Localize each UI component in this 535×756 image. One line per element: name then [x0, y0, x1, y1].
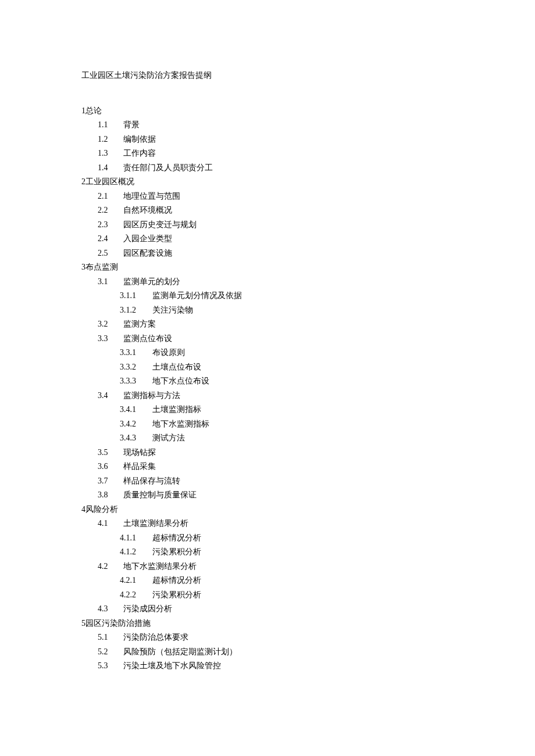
- item-number: 3.5: [98, 446, 116, 460]
- item-number: 3.8: [98, 488, 116, 503]
- item-number: 3.1.1: [120, 289, 145, 303]
- item-number: 4.1.2: [120, 545, 145, 560]
- item-text: 超标情况分析: [152, 576, 201, 585]
- item-text: 监测单元划分情况及依据: [152, 291, 242, 300]
- item-number: 2.4: [98, 232, 116, 246]
- item-3-8: 3.8质量控制与质量保证: [98, 488, 454, 503]
- item-number: 3.3.3: [120, 374, 145, 389]
- item-1-1: 1.1背景: [98, 118, 454, 132]
- item-number: 4.2.1: [120, 574, 145, 588]
- item-number: 3.7: [98, 474, 116, 489]
- item-1-2: 1.2编制依据: [98, 132, 454, 147]
- item-3-4-1: 3.4.1土壤监测指标: [120, 403, 454, 417]
- item-3-6: 3.6样品采集: [98, 460, 454, 474]
- item-4-2: 4.2地下水监测结果分析: [98, 560, 454, 574]
- item-number: 4.1: [98, 517, 116, 531]
- item-number: 3.1: [98, 275, 116, 289]
- item-4-1: 4.1土壤监测结果分析: [98, 517, 454, 531]
- item-4-2-2: 4.2.2污染累积分析: [120, 588, 454, 603]
- item-number: 4.2.2: [120, 588, 145, 603]
- item-text: 样品采集: [123, 462, 156, 471]
- item-number: 3.1.2: [120, 303, 145, 318]
- item-3-1-2: 3.1.2关注污染物: [120, 303, 454, 318]
- item-number: 2.5: [98, 246, 116, 261]
- item-4-2-1: 4.2.1超标情况分析: [120, 574, 454, 588]
- item-text: 布设原则: [152, 348, 185, 357]
- item-number: 2.1: [98, 189, 116, 204]
- item-number: 4.1.1: [120, 531, 145, 546]
- item-text: 污染成因分析: [123, 604, 172, 613]
- item-3-5: 3.5现场钻探: [98, 446, 454, 460]
- item-number: 1.2: [98, 132, 116, 147]
- section-2-heading: 2工业园区概况: [81, 175, 454, 189]
- item-text: 监测单元的划分: [123, 277, 180, 286]
- item-text: 超标情况分析: [152, 533, 201, 542]
- item-text: 污染防治总体要求: [123, 633, 188, 642]
- item-text: 土壤监测指标: [152, 405, 201, 414]
- item-text: 编制依据: [123, 135, 156, 144]
- item-number: 4.2: [98, 560, 116, 574]
- item-number: 1.4: [98, 161, 116, 175]
- item-text: 地下水点位布设: [152, 377, 209, 385]
- item-1-4: 1.4责任部门及人员职责分工: [98, 161, 454, 175]
- item-number: 5.2: [98, 645, 116, 660]
- document-page: 工业园区土壤污染防治方案报告提纲 1总论 1.1背景 1.2编制依据 1.3工作…: [0, 0, 535, 708]
- item-text: 质量控制与质量保证: [123, 490, 197, 499]
- item-text: 监测指标与方法: [123, 391, 180, 400]
- item-number: 2.3: [98, 218, 116, 232]
- item-text: 现场钻探: [123, 448, 156, 457]
- document-title: 工业园区土壤污染防治方案报告提纲: [81, 69, 454, 83]
- item-number: 4.3: [98, 602, 116, 617]
- item-text: 土壤点位布设: [152, 363, 201, 371]
- item-text: 自然环境概况: [123, 206, 172, 214]
- item-text: 责任部门及人员职责分工: [123, 163, 213, 172]
- section-3-heading: 3布点监测: [81, 260, 454, 275]
- item-3-1-1: 3.1.1监测单元划分情况及依据: [120, 289, 454, 303]
- item-3-4: 3.4监测指标与方法: [98, 389, 454, 403]
- item-text: 背景: [123, 120, 140, 129]
- section-1-heading: 1总论: [81, 104, 454, 119]
- section-5-heading: 5园区污染防治措施: [81, 617, 454, 631]
- item-text: 监测方案: [123, 320, 156, 328]
- item-5-2: 5.2风险预防（包括定期监测计划）: [98, 645, 454, 660]
- item-number: 3.4.2: [120, 417, 145, 432]
- item-2-3: 2.3园区历史变迁与规划: [98, 218, 454, 232]
- item-2-1: 2.1地理位置与范围: [98, 189, 454, 204]
- item-text: 风险预防（包括定期监测计划）: [123, 647, 237, 656]
- item-4-1-1: 4.1.1超标情况分析: [120, 531, 454, 546]
- item-number: 5.3: [98, 659, 116, 673]
- item-3-3-2: 3.3.2土壤点位布设: [120, 360, 454, 375]
- item-text: 样品保存与流转: [123, 476, 180, 485]
- item-3-3: 3.3监测点位布设: [98, 332, 454, 346]
- item-number: 3.4.3: [120, 431, 145, 446]
- item-5-3: 5.3污染土壤及地下水风险管控: [98, 659, 454, 673]
- item-number: 3.6: [98, 460, 116, 474]
- item-number: 1.3: [98, 146, 116, 161]
- item-text: 污染累积分析: [152, 590, 201, 599]
- item-text: 园区历史变迁与规划: [123, 220, 197, 229]
- item-2-2: 2.2自然环境概况: [98, 203, 454, 218]
- item-3-7: 3.7样品保存与流转: [98, 474, 454, 489]
- item-number: 3.2: [98, 317, 116, 332]
- item-number: 3.3.1: [120, 346, 145, 360]
- section-4-heading: 4风险分析: [81, 503, 454, 517]
- item-text: 园区配套设施: [123, 249, 172, 257]
- item-number: 3.4.1: [120, 403, 145, 417]
- item-number: 3.3: [98, 332, 116, 346]
- item-text: 测试方法: [152, 433, 185, 442]
- item-4-3: 4.3污染成因分析: [98, 602, 454, 617]
- item-number: 1.1: [98, 118, 116, 132]
- item-1-3: 1.3工作内容: [98, 146, 454, 161]
- item-number: 2.2: [98, 203, 116, 218]
- item-2-4: 2.4入园企业类型: [98, 232, 454, 246]
- item-3-3-3: 3.3.3地下水点位布设: [120, 374, 454, 389]
- item-text: 监测点位布设: [123, 334, 172, 343]
- item-text: 入园企业类型: [123, 234, 172, 243]
- item-3-1: 3.1监测单元的划分: [98, 275, 454, 289]
- item-3-4-2: 3.4.2地下水监测指标: [120, 417, 454, 432]
- item-3-2: 3.2监测方案: [98, 317, 454, 332]
- item-text: 工作内容: [123, 149, 156, 157]
- item-number: 3.4: [98, 389, 116, 403]
- item-5-1: 5.1污染防治总体要求: [98, 630, 454, 645]
- item-4-1-2: 4.1.2污染累积分析: [120, 545, 454, 560]
